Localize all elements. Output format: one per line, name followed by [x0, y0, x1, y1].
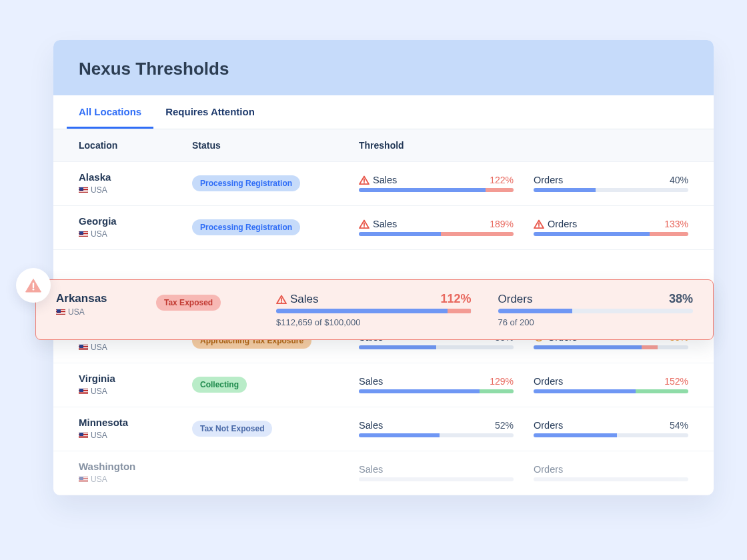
flag-icon: [79, 187, 88, 193]
location-country: USA: [79, 185, 192, 195]
sales-meter: Sales 112% $112,659 of $100,000: [276, 292, 472, 327]
column-headers: Location Status Threshold: [53, 129, 714, 162]
flag-icon: [79, 231, 88, 237]
sales-pct: 112%: [440, 292, 471, 306]
orders-pct: 38%: [669, 292, 693, 306]
location-name: Georgia: [79, 215, 192, 227]
location-country: USA: [56, 307, 156, 317]
warning-icon: [534, 219, 544, 229]
status-badge: Processing Registration: [192, 175, 300, 191]
orders-pct: 54%: [670, 420, 688, 431]
status-badge: Tax Exposed: [156, 295, 221, 311]
status-badge: Collecting: [192, 377, 247, 393]
flag-icon: [56, 309, 65, 315]
col-threshold: Threshold: [359, 140, 688, 151]
sales-pct: 52%: [495, 420, 514, 431]
location-name: Virginia: [79, 373, 192, 385]
sales-meter: Sales 129%: [359, 376, 514, 393]
table-row[interactable]: Washington USA Sales Orders: [53, 451, 714, 495]
warning-icon: [359, 175, 369, 185]
card-header: Nexus Thresholds: [53, 40, 714, 95]
warning-icon: [25, 277, 42, 293]
location-name: Washington: [79, 461, 192, 473]
sales-pct: 129%: [490, 376, 514, 387]
location-country: USA: [79, 387, 192, 396]
page-title: Nexus Thresholds: [79, 59, 688, 79]
warning-icon: [359, 219, 369, 229]
col-status: Status: [192, 140, 359, 151]
alert-badge: [16, 268, 51, 303]
status-badge: Processing Registration: [192, 219, 300, 235]
nexus-card: Nexus Thresholds All Locations Requires …: [53, 40, 714, 495]
status-badge: Tax Not Exposed: [192, 421, 272, 437]
orders-pct: 152%: [664, 376, 688, 387]
sales-pct: 122%: [490, 175, 514, 185]
tab-requires-attention[interactable]: Requires Attention: [153, 95, 267, 129]
tab-all-locations[interactable]: All Locations: [67, 95, 153, 129]
highlight-row[interactable]: Arkansas USA Tax Exposed Sales 112% $112…: [35, 279, 714, 340]
location-country: USA: [79, 343, 192, 352]
orders-meter: Orders 152%: [534, 376, 688, 393]
orders-meter: Orders 133%: [534, 219, 688, 236]
sales-meter: Sales 122%: [359, 175, 514, 192]
sales-pct: 189%: [490, 219, 514, 229]
location-country: USA: [79, 431, 192, 440]
orders-meter: Orders 38% 76 of 200: [498, 292, 694, 327]
orders-meter: Orders 40%: [534, 175, 688, 192]
sales-meter: Sales: [359, 464, 514, 481]
sales-detail: $112,659 of $100,000: [276, 317, 472, 327]
orders-pct: 40%: [670, 175, 688, 185]
table-row[interactable]: Georgia USA Processing Registration Sale…: [53, 206, 714, 250]
table-row[interactable]: Virginia USA Collecting Sales 129% Order…: [53, 363, 714, 407]
location-name: Arkansas: [56, 292, 156, 305]
table-row[interactable]: Alaska USA Processing Registration Sales…: [53, 162, 714, 206]
location-name: Alaska: [79, 171, 192, 183]
sales-meter: Sales 52%: [359, 420, 514, 437]
flag-icon: [79, 432, 88, 438]
orders-pct: 133%: [664, 219, 688, 229]
location-name: Minnesota: [79, 417, 192, 429]
sales-meter: Sales 189%: [359, 219, 514, 236]
orders-meter: Orders 54%: [534, 420, 688, 437]
flag-icon: [79, 476, 88, 482]
table-row[interactable]: Minnesota USA Tax Not Exposed Sales 52% …: [53, 407, 714, 451]
location-country: USA: [79, 475, 192, 484]
orders-meter: Orders: [534, 464, 688, 481]
flag-icon: [79, 388, 88, 394]
orders-detail: 76 of 200: [498, 317, 694, 327]
flag-icon: [79, 344, 88, 350]
col-location: Location: [79, 140, 192, 151]
warning-icon: [276, 295, 287, 304]
location-country: USA: [79, 229, 192, 239]
tabs: All Locations Requires Attention: [53, 95, 714, 129]
